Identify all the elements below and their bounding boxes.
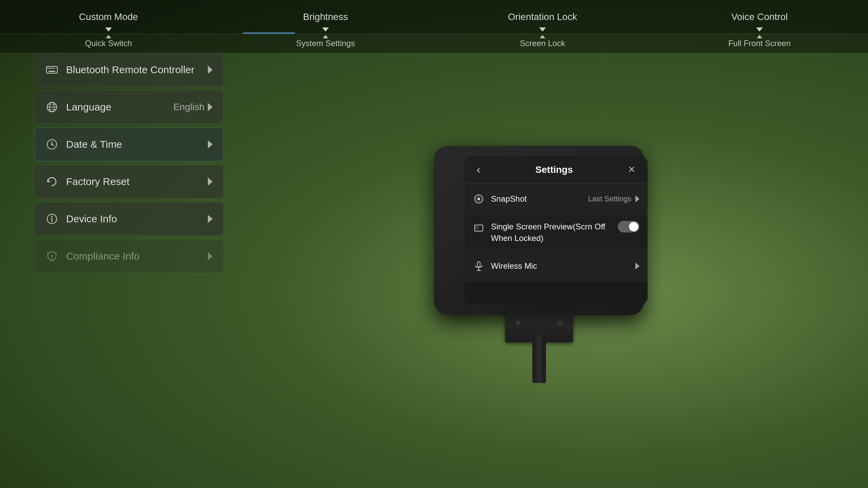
brightness-active-bar bbox=[243, 33, 295, 34]
language-label: Language bbox=[66, 101, 173, 113]
nav-item-orientation-lock[interactable]: Orientation Lock bbox=[434, 0, 651, 34]
svg-rect-3 bbox=[52, 68, 53, 69]
single-screen-content: Single Screen Preview(Scrn Off When Lock… bbox=[491, 221, 618, 244]
svg-point-17 bbox=[51, 216, 53, 217]
custom-mode-label: Custom Mode bbox=[79, 12, 138, 22]
full-front-screen-label: Full Front Screen bbox=[728, 39, 791, 48]
settings-list: SnapShot Last Settings bbox=[465, 184, 648, 305]
snapshot-content: SnapShot bbox=[491, 194, 588, 204]
settings-close-button[interactable]: ✕ bbox=[624, 163, 639, 176]
nav-item-screen-lock[interactable]: Screen Lock bbox=[434, 34, 651, 53]
factory-reset-label: Factory Reset bbox=[66, 176, 208, 187]
settings-row-snapshot[interactable]: SnapShot Last Settings bbox=[465, 184, 648, 214]
settings-back-button[interactable]: ‹ bbox=[473, 162, 485, 177]
screen-lock-arrow bbox=[540, 35, 545, 38]
camera-device: ‹ Settings ✕ bbox=[417, 146, 661, 383]
single-screen-icon bbox=[473, 222, 485, 235]
menu-item-date-time[interactable]: Date & Time bbox=[34, 127, 224, 161]
toggle-knob bbox=[629, 222, 638, 231]
snapshot-value: Last Settings bbox=[588, 195, 631, 203]
menu-item-factory-reset[interactable]: Factory Reset bbox=[34, 165, 224, 199]
language-chevron bbox=[208, 103, 213, 111]
camera-body: ‹ Settings ✕ bbox=[434, 146, 644, 315]
quick-switch-arrow bbox=[106, 35, 111, 38]
full-front-screen-arrow bbox=[757, 35, 762, 38]
wireless-mic-content: Wireless Mic bbox=[491, 261, 635, 271]
svg-rect-5 bbox=[48, 71, 55, 72]
nav-item-voice-control[interactable]: Voice Control bbox=[651, 0, 868, 34]
svg-rect-26 bbox=[477, 262, 480, 267]
svg-rect-0 bbox=[46, 66, 57, 73]
second-navigation: Quick Switch System Settings Screen Lock… bbox=[0, 34, 868, 53]
single-screen-toggle[interactable] bbox=[618, 221, 639, 232]
device-info-label: Device Info bbox=[66, 213, 208, 225]
svg-rect-2 bbox=[50, 68, 51, 69]
system-settings-label: System Settings bbox=[296, 39, 355, 48]
snapshot-chevron bbox=[635, 196, 639, 202]
top-navigation: Custom Mode Brightness Orientation Lock … bbox=[0, 0, 868, 34]
svg-point-14 bbox=[51, 144, 53, 145]
nav-item-quick-switch[interactable]: Quick Switch bbox=[0, 34, 217, 53]
factory-reset-chevron bbox=[208, 178, 213, 186]
date-time-label: Date & Time bbox=[66, 139, 208, 150]
wireless-mic-label: Wireless Mic bbox=[491, 261, 635, 271]
single-screen-label: Single Screen Preview(Scrn Off When Lock… bbox=[491, 221, 618, 244]
wireless-mic-icon bbox=[473, 260, 485, 272]
date-time-chevron bbox=[208, 140, 213, 148]
device-info-chevron bbox=[208, 215, 213, 223]
wireless-mic-action bbox=[635, 263, 639, 269]
nav-item-full-front-screen[interactable]: Full Front Screen bbox=[651, 34, 868, 53]
shield-icon bbox=[45, 249, 59, 263]
snapshot-label: SnapShot bbox=[491, 194, 588, 204]
screen-lock-label: Screen Lock bbox=[520, 39, 565, 48]
svg-point-19 bbox=[52, 259, 53, 260]
camera-screen-bezel: ‹ Settings ✕ bbox=[465, 156, 648, 305]
mount-arm bbox=[532, 336, 546, 383]
camera-container: ‹ Settings ✕ bbox=[210, 41, 868, 488]
menu-item-device-info[interactable]: Device Info bbox=[34, 202, 224, 236]
svg-rect-23 bbox=[475, 225, 483, 231]
quick-switch-label: Quick Switch bbox=[85, 39, 132, 48]
left-settings-panel: Bluetooth Remote Controller Language Eng… bbox=[34, 53, 224, 277]
bluetooth-remote-chevron bbox=[208, 66, 213, 74]
menu-item-bluetooth-remote[interactable]: Bluetooth Remote Controller bbox=[34, 53, 224, 87]
brightness-label: Brightness bbox=[303, 12, 348, 22]
voice-control-arrow bbox=[756, 27, 763, 32]
orientation-lock-arrow bbox=[539, 27, 546, 32]
settings-header: ‹ Settings ✕ bbox=[465, 156, 648, 184]
nav-item-system-settings[interactable]: System Settings bbox=[217, 34, 434, 53]
voice-control-label: Voice Control bbox=[731, 12, 788, 22]
camera-mount bbox=[488, 308, 590, 383]
custom-mode-arrow bbox=[105, 27, 112, 32]
settings-title: Settings bbox=[535, 164, 573, 175]
menu-item-language[interactable]: Language English bbox=[34, 90, 224, 124]
svg-point-21 bbox=[477, 198, 480, 200]
wireless-mic-chevron bbox=[635, 263, 639, 269]
single-screen-action bbox=[618, 221, 639, 232]
snapshot-icon bbox=[473, 193, 485, 205]
svg-rect-4 bbox=[54, 68, 55, 69]
nav-item-brightness[interactable]: Brightness bbox=[217, 0, 434, 34]
language-value: English bbox=[173, 102, 204, 113]
svg-rect-1 bbox=[47, 68, 49, 69]
bluetooth-remote-label: Bluetooth Remote Controller bbox=[66, 64, 208, 76]
snapshot-action: Last Settings bbox=[588, 195, 639, 203]
clock-icon bbox=[45, 138, 59, 151]
menu-item-compliance-info[interactable]: Compliance Info bbox=[34, 239, 224, 273]
compliance-info-label: Compliance Info bbox=[66, 250, 208, 262]
nav-item-custom-mode[interactable]: Custom Mode bbox=[0, 0, 217, 34]
settings-panel: ‹ Settings ✕ bbox=[465, 156, 648, 305]
refresh-icon bbox=[45, 175, 59, 188]
system-settings-arrow bbox=[323, 35, 328, 38]
keyboard-icon bbox=[45, 63, 59, 77]
orientation-lock-label: Orientation Lock bbox=[508, 12, 577, 22]
info-icon bbox=[45, 212, 59, 226]
settings-row-wireless-mic[interactable]: Wireless Mic bbox=[465, 251, 648, 281]
brightness-arrow bbox=[322, 27, 329, 32]
settings-row-single-screen[interactable]: Single Screen Preview(Scrn Off When Lock… bbox=[465, 214, 648, 251]
compliance-info-chevron bbox=[208, 252, 213, 260]
globe-icon bbox=[45, 100, 59, 114]
